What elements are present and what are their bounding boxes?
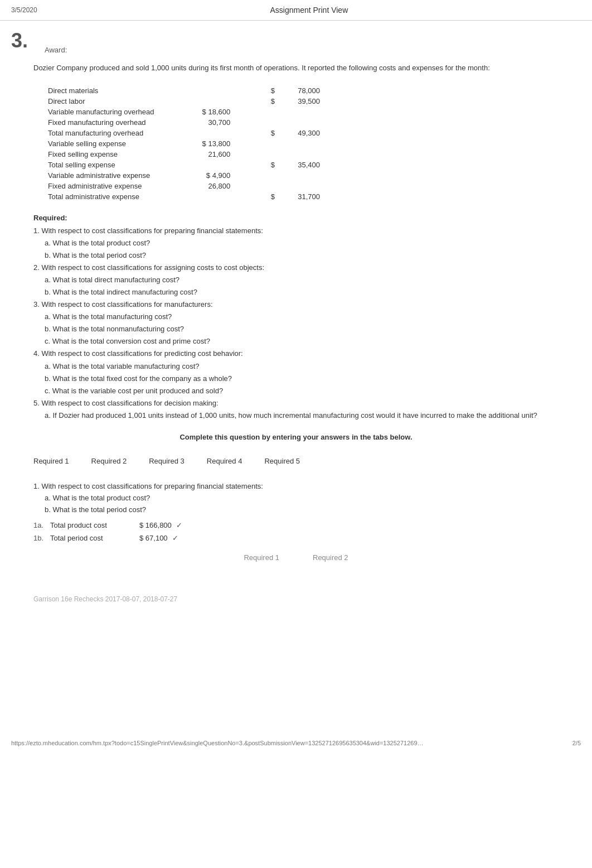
cost-label: Fixed manufacturing overhead (46, 118, 187, 127)
required-sub-item: b. What is the total nonmanufacturing co… (45, 323, 559, 335)
cost-col3: 49,300 (278, 128, 322, 138)
cost-col3 (278, 181, 322, 191)
cost-col3: 31,700 (278, 192, 322, 201)
required-item: 1. With respect to cost classifications … (33, 225, 559, 237)
cost-table: Direct materials $ 78,000 Direct labor $… (45, 85, 323, 202)
cost-col3: 39,500 (278, 97, 322, 106)
cost-col2: $ (234, 97, 277, 106)
cost-table-row: Direct labor $ 39,500 (46, 97, 322, 106)
cost-col1 (188, 160, 232, 170)
tab-item[interactable]: Required 3 (138, 454, 196, 468)
cost-table-row: Direct materials $ 78,000 (46, 86, 322, 95)
cost-label: Variable manufacturing overhead (46, 107, 187, 117)
check-mark: ✓ (172, 534, 178, 542)
cost-col3 (278, 107, 322, 117)
main-content: Dozier Company produced and sold 1,000 u… (0, 57, 592, 625)
cost-col1 (188, 97, 232, 106)
cost-col2 (234, 139, 277, 148)
check-mark: ✓ (176, 521, 182, 529)
tab-item[interactable]: Required 2 (80, 454, 138, 468)
required-sub-item: a. What is the total manufacturing cost? (45, 311, 559, 323)
cost-label: Direct materials (46, 86, 187, 95)
cost-col1: $ 4,900 (188, 171, 232, 180)
required-title: Required: (33, 214, 559, 222)
cost-table-row: Total selling expense $ 35,400 (46, 160, 322, 170)
answer-desc-sub: a. What is the total product cost? (45, 493, 559, 504)
cost-label: Total selling expense (46, 160, 187, 170)
cost-table-row: Fixed selling expense 21,600 (46, 150, 322, 159)
cost-col2: $ (234, 128, 277, 138)
intro-text: Dozier Company produced and sold 1,000 u… (33, 62, 559, 74)
cost-col1: 26,800 (188, 181, 232, 191)
footer-note: Garrison 16e Rechecks 2017-08-07, 2018-0… (33, 595, 559, 603)
required-sub-item: a. What is the total product cost? (45, 237, 559, 249)
required-sub-item: a. If Dozier had produced 1,001 units in… (45, 409, 559, 422)
cost-col2: $ (234, 160, 277, 170)
bottom-tabs-row: Required 1Required 2 (33, 553, 559, 562)
required-item: 5. With respect to cost classifications … (33, 397, 559, 409)
required-section: Required: 1. With respect to cost classi… (33, 214, 559, 422)
cost-col3 (278, 150, 322, 159)
answer-value: $ 166,800 ✓ (139, 521, 195, 529)
cost-col1 (188, 128, 232, 138)
cost-col1: 30,700 (188, 118, 232, 127)
required-item: 3. With respect to cost classifications … (33, 298, 559, 311)
question-number: 3. (0, 23, 39, 52)
cost-col2 (234, 107, 277, 117)
answer-num: 1b. (33, 534, 50, 542)
required-sub-item: a. What is the total variable manufactur… (45, 360, 559, 373)
answer-desc-main: 1. With respect to cost classifications … (33, 481, 559, 493)
cost-col3 (278, 171, 322, 180)
required-sub-item: b. What is the total period cost? (45, 249, 559, 262)
cost-label: Total administrative expense (46, 192, 187, 201)
cost-table-row: Variable administrative expense $ 4,900 (46, 171, 322, 180)
cost-table-row: Variable manufacturing overhead $ 18,600 (46, 107, 322, 117)
tab-item[interactable]: Required 1 (33, 454, 80, 468)
cost-col2: $ (234, 192, 277, 201)
answer-desc: 1. With respect to cost classifications … (33, 481, 559, 515)
cost-label: Total manufacturing overhead (46, 128, 187, 138)
cost-label: Variable selling expense (46, 139, 187, 148)
cost-col2 (234, 118, 277, 127)
cost-col3: 78,000 (278, 86, 322, 95)
cost-table-row: Total manufacturing overhead $ 49,300 (46, 128, 322, 138)
cost-col1: $ 18,600 (188, 107, 232, 117)
cost-col2: $ (234, 86, 277, 95)
cost-table-row: Fixed administrative expense 26,800 (46, 181, 322, 191)
required-sub-item: a. What is total direct manufacturing co… (45, 274, 559, 286)
answer-num: 1a. (33, 521, 50, 529)
answer-label: Total period cost (50, 534, 139, 542)
page-header: 3/5/2020 Assignment Print View (0, 0, 592, 21)
question-header: 3. Award: (0, 21, 592, 57)
cost-table-row: Fixed manufacturing overhead 30,700 (46, 118, 322, 127)
bottom-tab[interactable]: Required 2 (313, 553, 348, 562)
answer-section: 1. With respect to cost classifications … (33, 481, 559, 542)
answer-row: 1a. Total product cost $ 166,800 ✓ (33, 521, 559, 529)
cost-label: Direct labor (46, 97, 187, 106)
footer-page: 2/5 (572, 740, 581, 746)
cost-label: Variable administrative expense (46, 171, 187, 180)
required-sub-item: b. What is the total fixed cost for the … (45, 373, 559, 385)
bottom-tab[interactable]: Required 1 (244, 553, 279, 562)
cost-col3: 35,400 (278, 160, 322, 170)
cost-col1: 21,600 (188, 150, 232, 159)
cost-table-row: Variable selling expense $ 13,800 (46, 139, 322, 148)
answer-desc-sub: b. What is the total period cost? (45, 504, 559, 516)
required-item: 4. With respect to cost classifications … (33, 348, 559, 360)
complete-instruction: Complete this question by entering your … (33, 433, 559, 441)
tab-item[interactable]: Required 4 (196, 454, 254, 468)
award-label: Award: (39, 35, 67, 54)
cost-label: Fixed administrative expense (46, 181, 187, 191)
tabs-row: Required 1Required 2Required 3Required 4… (33, 450, 559, 472)
cost-table-row: Total administrative expense $ 31,700 (46, 192, 322, 201)
required-item: 2. With respect to cost classifications … (33, 262, 559, 274)
cost-col3 (278, 118, 322, 127)
required-list: 1. With respect to cost classifications … (33, 225, 559, 422)
answer-row: 1b. Total period cost $ 67,100 ✓ (33, 534, 559, 542)
cost-col2 (234, 181, 277, 191)
tab-item[interactable]: Required 5 (253, 454, 311, 468)
required-sub-item: c. What is the total conversion cost and… (45, 335, 559, 348)
header-date: 3/5/2020 (11, 6, 37, 14)
required-sub-item: c. What is the variable cost per unit pr… (45, 385, 559, 397)
cost-col2 (234, 171, 277, 180)
